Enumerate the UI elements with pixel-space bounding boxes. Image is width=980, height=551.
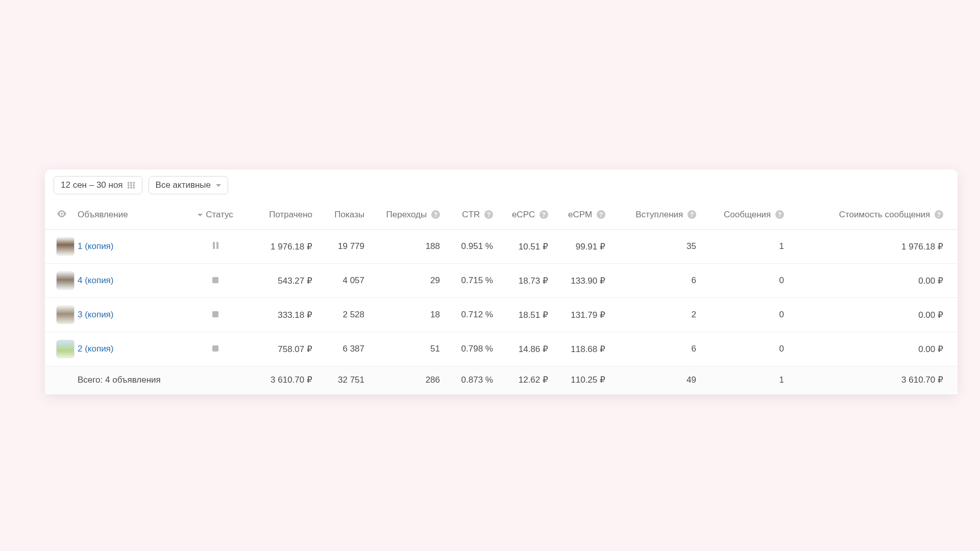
totals-joins: 49: [610, 366, 701, 395]
cell-ctr: 0.798 %: [445, 332, 498, 366]
cell-clicks: 188: [370, 230, 445, 264]
col-status[interactable]: Статус: [183, 198, 248, 230]
totals-spent: 3 610.70 ₽: [248, 366, 317, 395]
cell-message-cost: 1 976.18 ₽: [789, 230, 958, 264]
toolbar: 12 сен – 30 ноя Все активные: [45, 169, 958, 198]
help-icon[interactable]: ?: [935, 210, 943, 219]
totals-ctr: 0.873 %: [445, 366, 498, 395]
totals-clicks: 286: [370, 366, 445, 395]
ad-name-cell: 2 (копия): [72, 332, 183, 366]
ad-thumbnail[interactable]: [56, 340, 75, 358]
cell-clicks: 51: [370, 332, 445, 366]
totals-row: Всего: 4 объявления 3 610.70 ₽ 32 751 28…: [45, 366, 958, 395]
cell-joins: 6: [610, 332, 701, 366]
help-icon[interactable]: ?: [431, 210, 440, 219]
ad-name-cell: 3 (копия): [72, 298, 183, 332]
ads-table: Объявление Статус Потрачено Показы Перех…: [45, 198, 958, 394]
cell-ctr: 0.712 %: [445, 298, 498, 332]
col-message-cost[interactable]: Стоимость сообщения ?: [789, 198, 958, 230]
table-row: 4 (копия)543.27 ₽4 057290.715 %18.73 ₽13…: [45, 264, 958, 298]
cell-clicks: 29: [370, 264, 445, 298]
col-visibility[interactable]: [45, 198, 72, 230]
totals-ecpm: 110.25 ₽: [553, 366, 610, 395]
cell-messages: 0: [701, 332, 789, 366]
stop-icon: [212, 277, 218, 283]
totals-label: Всего: 4 объявления: [72, 366, 248, 395]
col-ecpm[interactable]: eCPM ?: [553, 198, 610, 230]
cell-joins: 6: [610, 264, 701, 298]
table-row: 3 (копия)333.18 ₽2 528180.712 %18.51 ₽13…: [45, 298, 958, 332]
totals-messages: 1: [701, 366, 789, 395]
date-range-button[interactable]: 12 сен – 30 ноя: [54, 176, 142, 194]
cell-joins: 35: [610, 230, 701, 264]
status-cell[interactable]: [183, 264, 248, 298]
cell-ctr: 0.951 %: [445, 230, 498, 264]
table-row: 2 (копия)758.07 ₽6 387510.798 %14.86 ₽11…: [45, 332, 958, 366]
totals-impressions: 32 751: [317, 366, 370, 395]
cell-spent: 333.18 ₽: [248, 298, 317, 332]
row-thumb-cell: [45, 230, 72, 264]
ad-thumbnail[interactable]: [56, 271, 75, 290]
help-icon[interactable]: ?: [688, 210, 696, 219]
cell-ecpm: 131.79 ₽: [553, 298, 610, 332]
cell-ecpc: 18.51 ₽: [498, 298, 553, 332]
cell-ctr: 0.715 %: [445, 264, 498, 298]
cell-message-cost: 0.00 ₽: [789, 298, 958, 332]
sort-caret-icon: [198, 214, 203, 216]
status-cell[interactable]: [183, 230, 248, 264]
stop-icon: [212, 345, 218, 352]
col-impressions[interactable]: Показы: [317, 198, 370, 230]
status-filter-label: Все активные: [156, 180, 211, 190]
cell-spent: 1 976.18 ₽: [248, 230, 317, 264]
cell-messages: 0: [701, 264, 789, 298]
table-header-row: Объявление Статус Потрачено Показы Перех…: [45, 198, 958, 230]
col-spent[interactable]: Потрачено: [248, 198, 317, 230]
cell-impressions: 19 779: [317, 230, 370, 264]
stop-icon: [212, 311, 218, 317]
ads-stats-panel: 12 сен – 30 ноя Все активные Объявление: [45, 169, 958, 394]
cell-joins: 2: [610, 298, 701, 332]
cell-ecpc: 14.86 ₽: [498, 332, 553, 366]
cell-ecpm: 99.91 ₽: [553, 230, 610, 264]
cell-messages: 0: [701, 298, 789, 332]
eye-icon: [57, 209, 67, 219]
ad-link[interactable]: 3 (копия): [78, 310, 114, 320]
cell-message-cost: 0.00 ₽: [789, 264, 958, 298]
help-icon[interactable]: ?: [484, 210, 493, 219]
svg-point-0: [61, 213, 63, 215]
cell-impressions: 4 057: [317, 264, 370, 298]
status-cell[interactable]: [183, 332, 248, 366]
col-clicks[interactable]: Переходы ?: [370, 198, 445, 230]
help-icon[interactable]: ?: [775, 210, 784, 219]
ad-link[interactable]: 4 (копия): [78, 276, 114, 286]
cell-ecpc: 18.73 ₽: [498, 264, 553, 298]
help-icon[interactable]: ?: [540, 210, 548, 219]
ad-name-cell: 1 (копия): [72, 230, 183, 264]
row-thumb-cell: [45, 298, 72, 332]
col-ecpc[interactable]: eCPC ?: [498, 198, 553, 230]
cell-spent: 543.27 ₽: [248, 264, 317, 298]
row-thumb-cell: [45, 264, 72, 298]
cell-ecpm: 118.68 ₽: [553, 332, 610, 366]
cell-clicks: 18: [370, 298, 445, 332]
col-joins[interactable]: Вступления ?: [610, 198, 701, 230]
ad-thumbnail[interactable]: [56, 306, 75, 324]
ad-thumbnail[interactable]: [56, 237, 75, 256]
calendar-icon: [127, 182, 135, 189]
cell-message-cost: 0.00 ₽: [789, 332, 958, 366]
totals-ecpc: 12.62 ₽: [498, 366, 553, 395]
ad-link[interactable]: 2 (копия): [78, 344, 114, 354]
help-icon[interactable]: ?: [597, 210, 605, 219]
cell-impressions: 6 387: [317, 332, 370, 366]
pause-icon: [213, 242, 218, 249]
cell-impressions: 2 528: [317, 298, 370, 332]
cell-spent: 758.07 ₽: [248, 332, 317, 366]
col-messages[interactable]: Сообщения ?: [701, 198, 789, 230]
status-filter-button[interactable]: Все активные: [149, 176, 228, 194]
status-cell[interactable]: [183, 298, 248, 332]
col-ctr[interactable]: CTR ?: [445, 198, 498, 230]
ad-link[interactable]: 1 (копия): [78, 241, 114, 252]
date-range-label: 12 сен – 30 ноя: [61, 180, 123, 190]
col-ad[interactable]: Объявление: [72, 198, 183, 230]
totals-message-cost: 3 610.70 ₽: [789, 366, 958, 395]
